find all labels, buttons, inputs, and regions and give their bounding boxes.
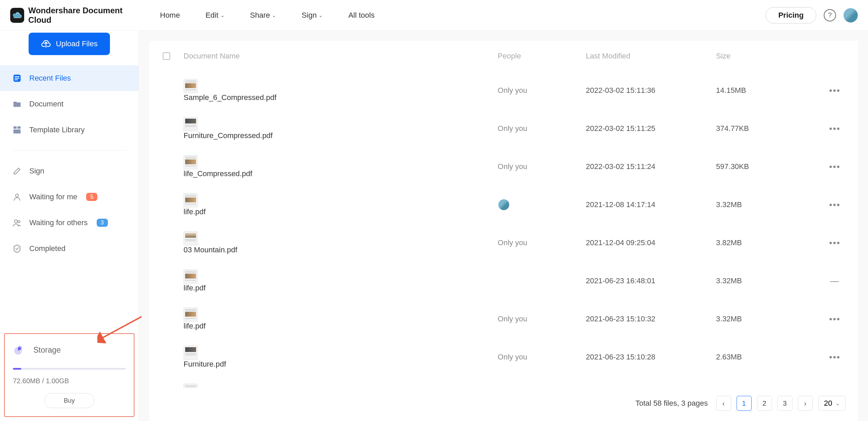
pricing-button[interactable]: Pricing — [766, 7, 816, 23]
template-icon — [12, 125, 22, 135]
more-actions-icon[interactable]: ••• — [829, 85, 840, 96]
sidebar-recent-files[interactable]: Recent Files — [0, 65, 139, 91]
file-people: Only you — [498, 300, 586, 338]
sidebar-sign[interactable]: Sign — [0, 158, 139, 184]
page-button-3[interactable]: 3 — [777, 396, 792, 411]
sidebar-divider — [12, 150, 126, 151]
file-modified: 2022-03-02 15:11:25 — [586, 110, 716, 148]
svg-rect-3 — [15, 80, 18, 80]
more-actions-icon[interactable]: ••• — [829, 123, 840, 134]
table-row[interactable]: Sample_6.pdf2021-05-31 22:40:0133.39MB— — [149, 376, 858, 388]
file-people: Only you — [498, 148, 586, 186]
person-icon — [12, 192, 22, 202]
svg-point-8 — [14, 220, 17, 223]
more-actions-icon[interactable]: ••• — [829, 314, 840, 324]
file-modified: 2021-06-23 16:48:01 — [586, 262, 716, 300]
sidebar-item-label: Document — [29, 100, 63, 108]
sidebar-document[interactable]: Document — [0, 91, 139, 117]
file-people — [498, 186, 586, 224]
file-name: life_Compressed.pdf — [183, 169, 252, 178]
file-name: life.pdf — [183, 322, 206, 330]
logo-section[interactable]: Wondershare Document Cloud — [10, 6, 140, 25]
file-modified: 2022-03-02 15:11:24 — [586, 148, 716, 186]
table-row[interactable]: life.pdf2021-12-08 14:17:143.32MB••• — [149, 186, 858, 224]
svg-rect-1 — [15, 76, 19, 77]
badge-count: 3 — [97, 219, 108, 227]
nav-sign[interactable]: Sign⌄ — [302, 11, 323, 20]
sidebar-waiting-for-others[interactable]: Waiting for others 3 — [0, 210, 139, 236]
user-avatar[interactable] — [843, 8, 858, 22]
file-thumb — [183, 384, 198, 388]
file-thumb — [183, 269, 198, 284]
sidebar-completed[interactable]: Completed — [0, 236, 139, 262]
files-table: Document Name People Last Modified Size … — [149, 41, 858, 388]
recent-files-icon — [12, 73, 22, 83]
col-people[interactable]: People — [498, 41, 586, 71]
upload-label: Upload Files — [56, 39, 97, 48]
file-size: 3.32MB — [716, 186, 812, 224]
file-size: 2.63MB — [716, 338, 812, 376]
pagination: Total 58 files, 3 pages ‹ 1 2 3 › 20 ⌄ — [149, 388, 858, 419]
sidebar-item-label: Waiting for others — [29, 218, 88, 227]
file-thumb — [183, 307, 198, 322]
help-icon[interactable]: ? — [824, 9, 836, 21]
table-row[interactable]: Sample_6_Compressed.pdfOnly you2022-03-0… — [149, 71, 858, 110]
pie-chart-icon — [13, 345, 23, 355]
col-name[interactable]: Document Name — [183, 41, 498, 71]
prev-page-button[interactable]: ‹ — [716, 396, 731, 411]
badge-count: 5 — [86, 193, 97, 201]
more-actions-icon[interactable]: ••• — [829, 162, 840, 172]
table-row[interactable]: life.pdfOnly you2021-06-23 15:10:323.32M… — [149, 300, 858, 338]
people-avatar-icon — [498, 199, 509, 210]
nav-share[interactable]: Share⌄ — [250, 11, 276, 20]
pen-icon — [12, 166, 22, 176]
page-size-select[interactable]: 20 ⌄ — [818, 396, 846, 411]
table-row[interactable]: life.pdf2021-06-23 16:48:013.32MB— — [149, 262, 858, 300]
table-row[interactable]: Furniture_Compressed.pdfOnly you2022-03-… — [149, 110, 858, 148]
page-button-2[interactable]: 2 — [757, 396, 772, 411]
sidebar-waiting-for-me[interactable]: Waiting for me 5 — [0, 184, 139, 210]
chevron-down-icon: ⌄ — [272, 13, 276, 18]
chevron-down-icon: ⌄ — [319, 13, 323, 18]
more-actions-icon[interactable]: ••• — [829, 238, 840, 248]
chevron-down-icon: ⌄ — [221, 13, 225, 18]
col-modified[interactable]: Last Modified — [586, 41, 716, 71]
file-thumb — [183, 79, 198, 93]
sidebar-template-library[interactable]: Template Library — [0, 117, 139, 143]
file-modified: 2021-12-04 09:25:04 — [586, 224, 716, 262]
table-row[interactable]: life_Compressed.pdfOnly you2022-03-02 15… — [149, 148, 858, 186]
file-modified: 2021-06-23 15:10:28 — [586, 338, 716, 376]
col-size[interactable]: Size — [716, 41, 812, 71]
file-modified: 2021-05-31 22:40:01 — [586, 376, 716, 388]
file-name: 03 Mountain.pdf — [183, 246, 237, 254]
svg-rect-4 — [14, 127, 17, 129]
nav-all-tools[interactable]: All tools — [348, 11, 374, 20]
file-modified: 2022-03-02 15:11:36 — [586, 71, 716, 110]
svg-point-9 — [18, 221, 20, 223]
sidebar-item-label: Waiting for me — [29, 192, 77, 201]
buy-button[interactable]: Buy — [44, 393, 94, 408]
next-page-button[interactable]: › — [798, 396, 813, 411]
upload-button[interactable]: Upload Files — [29, 33, 110, 55]
sidebar: Upload Files Recent Files Document Templ… — [0, 31, 139, 421]
content-area: Document Name People Last Modified Size … — [139, 31, 868, 421]
sidebar-item-label: Sign — [29, 167, 44, 175]
storage-usage-text: 72.60MB / 1.00GB — [13, 377, 126, 385]
table-row[interactable]: 03 Mountain.pdfOnly you2021-12-04 09:25:… — [149, 224, 858, 262]
file-thumb — [183, 193, 198, 207]
sidebar-item-label: Template Library — [29, 125, 85, 134]
file-size: 14.15MB — [716, 71, 812, 110]
header-right: Pricing ? — [766, 7, 858, 23]
nav-home[interactable]: Home — [160, 11, 180, 20]
select-all-checkbox[interactable] — [163, 52, 170, 60]
page-button-1[interactable]: 1 — [737, 396, 752, 411]
app-header: Wondershare Document Cloud Home Edit⌄ Sh… — [0, 0, 868, 31]
storage-bar — [13, 368, 126, 370]
more-actions-icon[interactable]: ••• — [829, 200, 840, 210]
file-people — [498, 262, 586, 300]
table-row[interactable]: Furniture.pdfOnly you2021-06-23 15:10:28… — [149, 338, 858, 376]
file-size: 33.39MB — [716, 376, 812, 388]
file-size: 3.82MB — [716, 224, 812, 262]
nav-edit[interactable]: Edit⌄ — [206, 11, 225, 20]
more-actions-icon[interactable]: ••• — [829, 352, 840, 362]
